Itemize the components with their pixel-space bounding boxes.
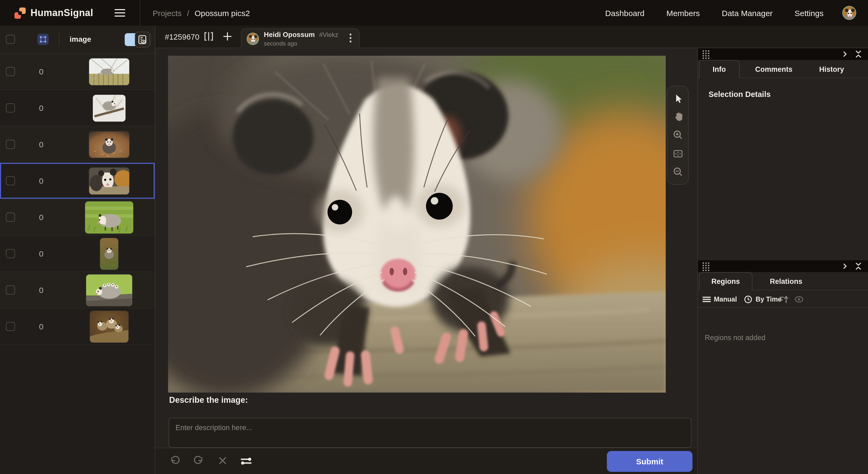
- annotation-tab[interactable]: Heidi Opossum #Viekz seconds ago: [241, 28, 360, 49]
- regions-empty-text: Regions not added: [705, 334, 766, 342]
- expand-source-icon[interactable]: [204, 31, 214, 45]
- regions-panel-bar: [698, 260, 868, 272]
- pan-tool-icon[interactable]: [670, 110, 685, 124]
- tab-relations[interactable]: Relations: [762, 272, 810, 290]
- avatar-opossum-image: [843, 6, 856, 20]
- task-thumbnail[interactable]: [85, 201, 133, 233]
- image-column-label: image: [69, 35, 91, 43]
- bbox-column-icon[interactable]: [37, 34, 49, 45]
- task-thumbnail[interactable]: [90, 310, 128, 342]
- task-row[interactable]: 0: [0, 308, 155, 345]
- row-checkbox[interactable]: [6, 103, 15, 113]
- annotations-count: 0: [33, 286, 49, 295]
- nav-settings[interactable]: Settings: [795, 8, 824, 18]
- annotation-workspace: Describe the image:: [155, 48, 697, 474]
- prompt-label: Describe the image:: [169, 395, 248, 405]
- row-checkbox[interactable]: [6, 140, 15, 149]
- topbar-divider: [140, 0, 140, 26]
- panel-expand-icon[interactable]: [841, 262, 849, 273]
- task-row[interactable]: 0: [0, 126, 155, 163]
- annotations-count: 0: [33, 67, 49, 76]
- undo-icon[interactable]: [169, 455, 181, 469]
- details-panel-bar: [698, 48, 868, 60]
- task-thumbnail[interactable]: [89, 58, 129, 85]
- task-thumbnail[interactable]: [93, 94, 125, 121]
- task-thumbnail[interactable]: [89, 167, 129, 194]
- sort-direction-icon[interactable]: [779, 290, 789, 308]
- preview-toggle-button[interactable]: [135, 32, 150, 48]
- breadcrumb-projects[interactable]: Projects: [153, 8, 181, 18]
- discard-icon[interactable]: [217, 455, 228, 468]
- annotations-count: 0: [33, 140, 49, 149]
- annotation-id: #Viekz: [319, 32, 339, 38]
- tab-info[interactable]: Info: [699, 60, 740, 78]
- panel-collapse-icon[interactable]: [854, 262, 863, 273]
- task-row[interactable]: 0: [0, 272, 155, 308]
- drag-handle-icon[interactable]: [702, 50, 710, 61]
- breadcrumb-separator: /: [187, 8, 189, 18]
- task-row[interactable]: 0: [0, 54, 155, 90]
- right-panel: Info Comments History Selection Details: [697, 48, 868, 474]
- description-textarea[interactable]: [168, 418, 691, 448]
- regions-toolbar: Manual By Time: [698, 290, 868, 308]
- zoom-in-tool-icon[interactable]: [670, 128, 685, 143]
- selection-details-heading: Selection Details: [709, 90, 771, 98]
- redo-icon[interactable]: [193, 455, 205, 469]
- nav-data-manager[interactable]: Data Manager: [722, 8, 773, 18]
- annotations-count: 0: [33, 322, 49, 331]
- panel-expand-icon[interactable]: [841, 50, 849, 61]
- details-tabs: Info Comments History: [698, 60, 868, 78]
- top-bar: HumanSignal Projects / Opossum pics2 Das…: [0, 0, 868, 26]
- row-checkbox[interactable]: [6, 213, 15, 222]
- row-checkbox[interactable]: [6, 67, 15, 76]
- tab-comments[interactable]: Comments: [751, 60, 796, 78]
- card-eye-icon: [138, 35, 147, 45]
- annotations-count: 0: [33, 249, 49, 258]
- breadcrumb-project-name[interactable]: Opossum pics2: [194, 8, 250, 18]
- row-checkbox[interactable]: [6, 249, 15, 258]
- row-checkbox[interactable]: [6, 322, 15, 331]
- task-row[interactable]: 0: [0, 90, 155, 126]
- task-row-selected[interactable]: 0: [0, 163, 155, 199]
- add-annotation-icon[interactable]: [221, 31, 233, 45]
- zoom-out-tool-icon[interactable]: [670, 165, 685, 179]
- row-checkbox[interactable]: [6, 176, 15, 185]
- adjustments-icon[interactable]: [240, 455, 253, 469]
- submit-button[interactable]: Submit: [607, 451, 692, 472]
- row-checkbox[interactable]: [6, 286, 15, 295]
- nav-dashboard[interactable]: Dashboard: [605, 8, 645, 18]
- task-thumbnail[interactable]: [86, 274, 132, 306]
- annotation-image[interactable]: [168, 56, 666, 393]
- panel-collapse-icon[interactable]: [854, 50, 863, 61]
- task-row[interactable]: 0: [0, 199, 155, 236]
- humansignal-logo[interactable]: HumanSignal: [14, 7, 93, 19]
- fit-screen-tool-icon[interactable]: [670, 146, 685, 161]
- task-row[interactable]: 0: [0, 236, 155, 272]
- group-by-label: Manual: [714, 295, 737, 303]
- column-divider-right: [150, 33, 151, 46]
- details-panel-body: Selection Details: [698, 78, 868, 260]
- user-avatar[interactable]: [842, 6, 856, 20]
- order-by-label: By Time: [755, 295, 782, 303]
- select-all-checkbox[interactable]: [6, 35, 15, 44]
- task-thumbnail[interactable]: [100, 238, 118, 269]
- nav-members[interactable]: Members: [666, 8, 700, 18]
- regions-panel: Regions Relations Manual By Time: [698, 260, 868, 474]
- bounding-box-icon: [40, 36, 46, 43]
- drag-handle-icon[interactable]: [702, 262, 710, 273]
- visibility-icon[interactable]: [794, 290, 804, 308]
- logo-text: HumanSignal: [31, 7, 93, 19]
- annotation-timestamp: seconds ago: [264, 40, 338, 47]
- regions-panel-body: Regions not added: [698, 308, 868, 474]
- task-thumbnail[interactable]: [89, 131, 129, 157]
- order-by-control[interactable]: By Time: [744, 290, 782, 308]
- annotator-name: Heidi Opossum: [264, 31, 315, 39]
- breadcrumb: Projects / Opossum pics2: [153, 8, 250, 18]
- select-tool-icon[interactable]: [670, 91, 685, 106]
- annotation-bottom-bar: Submit: [155, 448, 697, 474]
- tab-history[interactable]: History: [811, 60, 852, 78]
- tab-regions[interactable]: Regions: [699, 272, 752, 290]
- kebab-menu-icon[interactable]: [347, 31, 354, 47]
- menu-icon[interactable]: [115, 9, 125, 17]
- group-by-control[interactable]: Manual: [703, 290, 737, 308]
